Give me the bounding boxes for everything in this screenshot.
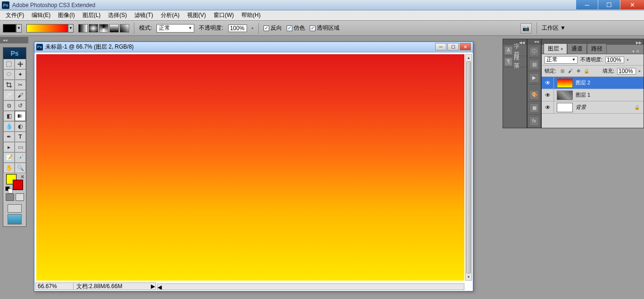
status-flyout-icon[interactable]: ▶ (150, 283, 156, 290)
lock-position-icon[interactable]: ✥ (575, 68, 582, 75)
layer-thumbnail[interactable] (557, 78, 573, 88)
horizontal-scrollbar[interactable]: ◀ (157, 283, 464, 290)
layer-name[interactable]: 背景 (576, 104, 634, 111)
swatches-panel-button[interactable]: ▦ (528, 101, 541, 115)
dodge-tool[interactable]: ◐ (15, 121, 26, 132)
tool-preset-dropdown[interactable]: ▼ (16, 24, 22, 33)
path-select-tool[interactable]: ▸ (3, 142, 15, 152)
lasso-tool[interactable] (3, 69, 15, 80)
eraser-tool[interactable]: ◧ (3, 111, 15, 121)
opacity-slider-icon[interactable]: ▸ (627, 58, 629, 62)
color-panel-button[interactable]: 🎨 (528, 88, 541, 101)
menu-view[interactable]: 视图(V) (183, 10, 210, 20)
workspace-menu[interactable]: 工作区 ▼ (542, 24, 641, 32)
blend-mode-select[interactable]: 正常▼ (157, 24, 194, 33)
magic-wand-tool[interactable]: ✦ (15, 69, 26, 80)
document-titlebar[interactable]: Ps 未标题-1 @ 66.7% (图层 2, RGB/8) ─ ☐ ✕ (34, 42, 473, 52)
menu-layer[interactable]: 图层(L) (79, 10, 105, 20)
menu-filter[interactable]: 滤镜(T) (131, 10, 157, 20)
visibility-toggle-icon[interactable]: 👁 (542, 101, 554, 113)
type-tool[interactable]: T (15, 132, 26, 142)
vertical-scrollbar[interactable]: ▲ ▼ (465, 54, 472, 281)
canvas[interactable] (36, 54, 464, 281)
layer-row[interactable]: 👁 图层 2 (542, 77, 644, 89)
fill-input[interactable]: 100% (617, 68, 636, 75)
zoom-level[interactable]: 66.67% (36, 283, 74, 290)
gradient-reflected-button[interactable] (109, 24, 119, 33)
close-button[interactable]: ✕ (620, 0, 644, 9)
doc-minimize-button[interactable]: ─ (435, 43, 446, 50)
icon-dock-collapse[interactable]: ◂◂ (528, 39, 541, 45)
layer-row[interactable]: 👁 背景 🔒 (542, 101, 644, 114)
fill-slider-icon[interactable]: ▸ (639, 69, 641, 73)
slice-tool[interactable]: ✂ (15, 80, 26, 90)
history-panel-button[interactable]: ▶ (528, 71, 541, 84)
scroll-thumb[interactable] (466, 61, 471, 274)
layer-thumbnail[interactable] (557, 103, 573, 112)
menu-select[interactable]: 选择(S) (104, 10, 131, 20)
transparency-checkbox[interactable]: ✓透明区域 (310, 24, 339, 32)
bridge-button[interactable]: 📷 (520, 23, 532, 33)
quickmask-mode-button[interactable] (16, 193, 24, 201)
visibility-toggle-icon[interactable]: 👁 (542, 77, 554, 89)
menu-analysis[interactable]: 分析(A) (157, 10, 183, 20)
clone-stamp-tool[interactable]: ⧉ (3, 100, 15, 111)
gradient-tool[interactable] (15, 111, 26, 121)
reverse-checkbox[interactable]: ✓反向 (264, 24, 282, 32)
blur-tool[interactable]: 💧 (3, 121, 15, 132)
tab-channels[interactable]: 通道 (567, 43, 587, 54)
scroll-down-icon[interactable]: ▼ (466, 274, 471, 280)
layer-blend-mode-select[interactable]: 正常▼ (545, 56, 578, 64)
document-info[interactable]: 文档:2.88M/6.66M (74, 282, 150, 291)
menu-edit[interactable]: 编辑(E) (28, 10, 54, 20)
menu-window[interactable]: 窗口(W) (210, 10, 238, 20)
notes-tool[interactable]: 📝 (3, 152, 15, 163)
screen-mode-button[interactable] (8, 204, 22, 213)
layer-opacity-input[interactable]: 100% (605, 57, 624, 63)
hand-tool[interactable]: ✋ (3, 163, 15, 173)
swap-colors-icon[interactable]: ⤭ (20, 174, 24, 179)
dither-checkbox[interactable]: ✓仿色 (287, 24, 305, 32)
lock-transparency-icon[interactable]: ⊞ (559, 68, 566, 75)
menu-help[interactable]: 帮助(H) (238, 10, 264, 20)
gradient-radial-button[interactable] (89, 24, 98, 33)
layer-name[interactable]: 图层 2 (576, 79, 644, 86)
gradient-preview[interactable] (26, 24, 68, 33)
scroll-up-icon[interactable]: ▲ (466, 55, 471, 61)
gradient-angle-button[interactable] (99, 24, 108, 33)
opacity-flyout-icon[interactable]: ▸ (252, 26, 254, 30)
layer-row[interactable]: 👁 图层 1 (542, 89, 644, 101)
standard-mode-button[interactable] (6, 193, 14, 201)
tab-layers[interactable]: 图层× (544, 43, 567, 54)
doc-maximize-button[interactable]: ☐ (447, 43, 459, 50)
scroll-left-icon[interactable]: ◀ (157, 284, 164, 291)
marquee-tool[interactable] (3, 59, 15, 69)
gradient-picker-dropdown[interactable]: ▼ (68, 24, 74, 33)
styles-panel-button[interactable]: fx (528, 115, 541, 128)
zoom-tool[interactable]: 🔍 (15, 163, 26, 173)
change-screen-button[interactable] (8, 214, 22, 224)
panel-menu-icon[interactable]: ▾ ✕ (630, 49, 642, 54)
doc-close-button[interactable]: ✕ (460, 43, 471, 50)
gradient-diamond-button[interactable] (120, 24, 129, 33)
brush-tool[interactable]: 🖌 (15, 90, 26, 100)
visibility-toggle-icon[interactable]: 👁 (542, 89, 554, 101)
tab-paths[interactable]: 路径 (587, 43, 607, 54)
histogram-panel-button[interactable]: ▤ (528, 58, 541, 71)
toolbox-collapse-bar[interactable]: ◂◂ (0, 37, 28, 43)
lock-pixels-icon[interactable]: 🖌 (567, 68, 574, 75)
layer-thumbnail[interactable] (557, 91, 573, 100)
paragraph-panel-button[interactable]: ¶ 段落 (503, 56, 527, 67)
layer-name[interactable]: 图层 1 (576, 91, 644, 99)
pen-tool[interactable]: ✒ (3, 132, 15, 142)
minimize-button[interactable]: ─ (576, 0, 598, 9)
healing-brush-tool[interactable]: 🩹 (3, 90, 15, 100)
crop-tool[interactable] (3, 80, 15, 90)
lock-all-icon[interactable]: 🔒 (583, 68, 590, 75)
opacity-input[interactable]: 100% (228, 25, 247, 32)
maximize-button[interactable]: ☐ (598, 0, 620, 9)
shape-tool[interactable]: ▭ (15, 142, 26, 152)
menu-file[interactable]: 文件(F) (2, 10, 28, 20)
background-color[interactable] (13, 180, 23, 190)
navigator-panel-button[interactable]: ⓘ (528, 45, 541, 58)
